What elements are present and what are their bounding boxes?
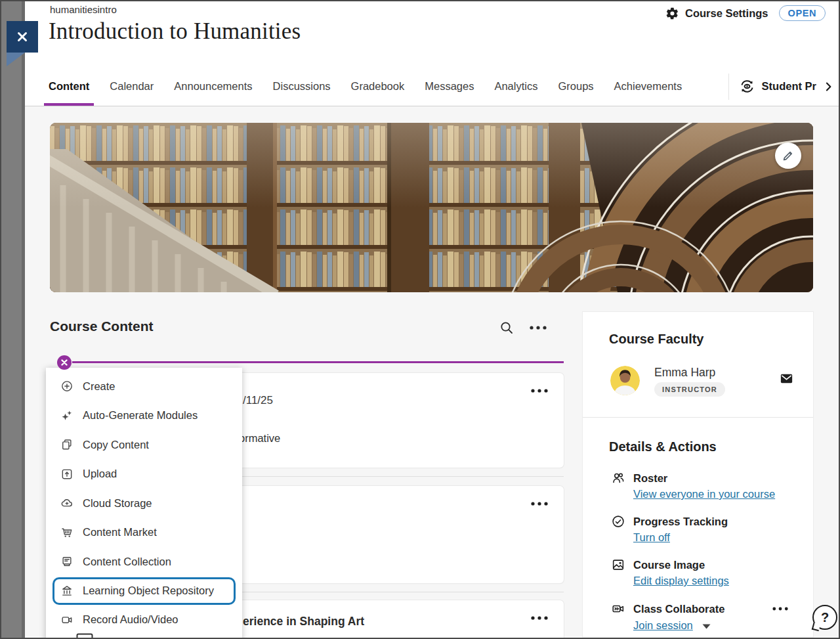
course-image-row: Course Image [611, 558, 705, 572]
join-session-link[interactable]: Join session [633, 619, 693, 632]
student-preview-button[interactable]: Student Pr [738, 77, 816, 95]
collaborate-options-button[interactable] [772, 607, 788, 611]
cloud-icon [60, 496, 74, 510]
faculty-name[interactable]: Emma Harp [654, 366, 715, 380]
menu-item-cloud-storage[interactable]: Cloud Storage [46, 489, 242, 518]
faculty-role-badge: INSTRUCTOR [654, 382, 725, 397]
plus-circle-icon [60, 380, 74, 393]
progress-tracking-row: Progress Tracking [611, 514, 728, 529]
progress-tracking-label: Progress Tracking [633, 516, 728, 528]
item-options-button[interactable] [531, 502, 548, 506]
close-flag-fold [7, 53, 25, 66]
menu-item-copy-content[interactable]: Copy Content [46, 430, 242, 460]
page-title: Introduction to Humanities [49, 18, 301, 45]
menu-item-label: Cloud Storage [83, 497, 152, 510]
menu-item-content-collection[interactable]: Content Collection [46, 547, 242, 577]
bank-icon [60, 584, 74, 598]
tab-content[interactable]: Content [49, 67, 89, 106]
send-message-button[interactable] [779, 371, 794, 386]
tabbar-divider [728, 74, 729, 100]
background-page-strip [1, 1, 25, 638]
sparkles-icon [60, 409, 74, 422]
menu-item-create[interactable]: Create [46, 372, 242, 401]
copy-icon [60, 438, 74, 451]
tab-groups[interactable]: Groups [558, 67, 593, 106]
collection-icon [60, 555, 74, 568]
course-tabbar: Content Calendar Announcements Discussio… [25, 67, 839, 106]
upload-icon [60, 468, 74, 481]
class-collaborate-label: Class Collaborate [633, 603, 724, 615]
view-everyone-link[interactable]: View everyone in your course [633, 488, 775, 500]
menu-item-label: Content Collection [83, 556, 171, 568]
edit-banner-button[interactable] [775, 143, 801, 169]
course-settings-label: Course Settings [685, 7, 768, 20]
menu-item-label: Auto-Generate Modules [83, 409, 198, 422]
question-mark-label: ? [821, 610, 829, 625]
content-item-grading-fragment: ormative [239, 432, 280, 445]
tab-gradebook[interactable]: Gradebook [351, 67, 405, 106]
menu-item-label: Upload [83, 468, 117, 480]
tab-analytics[interactable]: Analytics [494, 67, 537, 106]
add-content-menu: Create Auto-Generate Modules Copy Conten… [46, 368, 242, 639]
roster-label: Roster [633, 472, 667, 485]
add-content-divider-line [72, 361, 564, 363]
course-content-heading: Course Content [50, 319, 154, 334]
content-item-due-date-fragment: /11/25 [243, 394, 273, 407]
details-actions-heading: Details & Actions [609, 439, 717, 454]
course-image-label: Course Image [633, 559, 705, 571]
content-item-title-fragment: erience in Shaping Art [243, 615, 364, 628]
video-camera-icon [60, 613, 74, 627]
turn-off-link[interactable]: Turn off [633, 531, 670, 544]
tab-achievements[interactable]: Achievements [614, 67, 682, 106]
course-faculty-heading: Course Faculty [609, 332, 704, 347]
menu-item-label: Content Market [83, 526, 157, 539]
menu-item-label: Record Audio/Video [83, 613, 178, 626]
roster-people-icon [611, 471, 625, 485]
envelope-icon [779, 371, 794, 386]
roster-row: Roster [611, 471, 667, 485]
cart-icon [60, 526, 74, 539]
check-circle-icon [611, 514, 625, 529]
course-settings-button[interactable]: Course Settings [665, 7, 768, 20]
close-add-menu-button[interactable] [57, 355, 72, 370]
item-options-button[interactable] [531, 616, 548, 620]
chevron-right-icon [822, 80, 835, 93]
search-icon [499, 320, 514, 336]
course-header: humanitiesintro Introduction to Humaniti… [25, 1, 839, 67]
course-banner-image [50, 123, 813, 292]
course-page: humanitiesintro Introduction to Humaniti… [25, 1, 839, 638]
close-icon [14, 29, 30, 45]
collaborate-camera-icon [611, 602, 625, 616]
menu-item-content-market[interactable]: Content Market [46, 518, 242, 548]
avatar[interactable] [610, 366, 640, 395]
menu-item-auto-generate-modules[interactable]: Auto-Generate Modules [46, 401, 242, 431]
edit-display-settings-link[interactable]: Edit display settings [633, 575, 729, 587]
gear-icon [665, 7, 679, 20]
student-preview-icon [738, 77, 756, 95]
panel-divider [583, 417, 813, 418]
tab-discussions[interactable]: Discussions [273, 67, 331, 106]
tab-messages[interactable]: Messages [425, 67, 474, 106]
item-options-button[interactable] [531, 389, 548, 393]
tab-announcements[interactable]: Announcements [174, 67, 252, 106]
caret-down-icon[interactable] [702, 624, 711, 629]
close-x-icon [61, 359, 68, 366]
menu-item-partial-icon [76, 633, 93, 639]
image-icon [611, 558, 625, 572]
close-course-button[interactable] [7, 21, 38, 53]
menu-item-record-audio-video[interactable]: Record Audio/Video [46, 606, 242, 635]
menu-item-learning-object-repository[interactable]: Learning Object Repository [52, 577, 236, 605]
pencil-icon [781, 148, 795, 163]
student-preview-label: Student Pr [762, 80, 816, 93]
ellipsis-icon [530, 326, 547, 330]
menu-item-upload[interactable]: Upload [46, 460, 242, 489]
course-side-panel: Course Faculty Emma Harp INSTRUCTOR Deta… [583, 312, 813, 637]
library-illustration [50, 123, 813, 292]
tab-calendar[interactable]: Calendar [110, 67, 154, 106]
search-button[interactable] [499, 320, 514, 336]
open-status-badge[interactable]: OPEN [779, 5, 826, 21]
menu-item-label: Copy Content [83, 439, 149, 451]
course-content-options-button[interactable] [530, 326, 547, 330]
tabs-overflow-button[interactable] [822, 80, 835, 93]
help-button[interactable]: ? [812, 605, 837, 630]
